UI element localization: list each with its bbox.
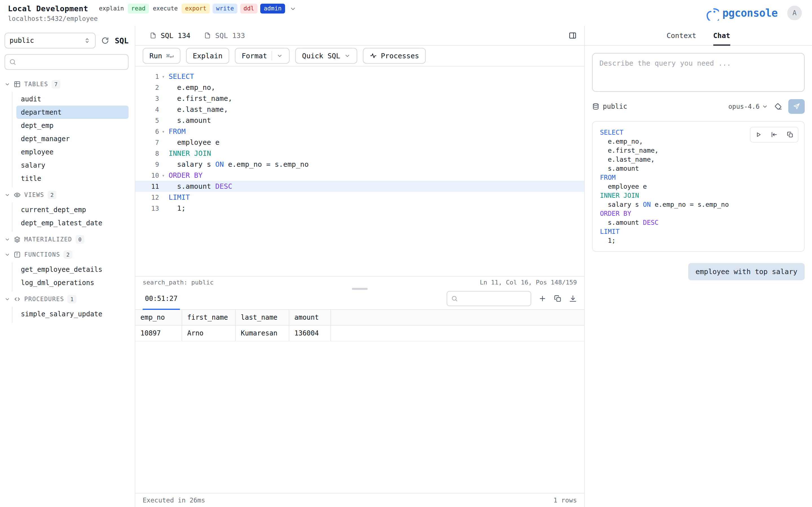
brand-name: pgconsole <box>722 7 777 19</box>
sql-mode-label: SQL <box>115 36 129 45</box>
svg-text:f: f <box>16 252 18 257</box>
code-line[interactable]: 4 e.last_name, <box>135 104 584 115</box>
tab-sql-134[interactable]: SQL 134 <box>143 26 197 45</box>
column-header-first_name[interactable]: first_name <box>182 310 236 325</box>
sidebar-item-current_dept_emp[interactable]: current_dept_emp <box>16 203 129 216</box>
add-result-tab-button[interactable] <box>539 295 546 302</box>
column-header-last_name[interactable]: last_name <box>236 310 289 325</box>
fold-caret: ▾ <box>159 129 167 134</box>
schema-row: public SQL <box>4 33 129 48</box>
badge-explain: explain <box>98 4 125 13</box>
table-icon <box>13 80 21 88</box>
line-number: 10 <box>135 172 159 179</box>
code-line[interactable]: 8INNER JOIN <box>135 148 584 159</box>
results-search[interactable] <box>447 291 531 306</box>
code-line[interactable]: 13 1; <box>135 203 584 214</box>
run-sql-button[interactable] <box>751 127 766 142</box>
sql-card-actions <box>750 127 799 143</box>
code-line[interactable]: 10▾ORDER BY <box>135 170 584 181</box>
sidebar-item-department[interactable]: department <box>16 106 129 119</box>
sql-line: FROM <box>600 173 797 182</box>
line-number: 6 <box>135 128 159 135</box>
send-button[interactable] <box>788 99 805 114</box>
header-more-chevron-icon[interactable] <box>290 5 296 12</box>
assistant-panel: ContextChat public opus-4.6 <box>584 26 812 507</box>
code-line[interactable]: 3 e.first_name, <box>135 93 584 104</box>
explain-button[interactable]: Explain <box>186 48 229 64</box>
sidebar-item-audit[interactable]: audit <box>16 93 129 106</box>
sidebar-item-dept_manager[interactable]: dept_manager <box>16 132 129 145</box>
code-text: employee e <box>167 138 220 147</box>
result-timer-tab[interactable]: 00:51:27 <box>143 288 180 309</box>
refresh-button[interactable] <box>101 37 109 45</box>
chat-tabs: ContextChat <box>585 26 812 46</box>
section-views[interactable]: VIEWS2 <box>4 187 129 203</box>
sidebar-item-log_dml_operations[interactable]: log_dml_operations <box>16 276 129 289</box>
sql-line: e.first_name, <box>600 146 797 155</box>
tab-context[interactable]: Context <box>666 26 696 45</box>
sidebar-item-dept_emp[interactable]: dept_emp <box>16 119 129 132</box>
header-right: pgconsole A <box>704 5 802 20</box>
copy-results-button[interactable] <box>554 295 562 302</box>
line-number: 5 <box>135 117 159 124</box>
code-line[interactable]: 7 employee e <box>135 137 584 148</box>
panel-toggle-button[interactable] <box>568 31 577 40</box>
splitter-handle[interactable] <box>352 288 368 290</box>
copy-sql-button[interactable] <box>782 127 798 142</box>
format-button[interactable]: Format <box>235 48 290 64</box>
func-icon: f <box>13 251 21 258</box>
code-line[interactable]: 11 s.amount DESC <box>135 181 584 192</box>
tab-chat[interactable]: Chat <box>713 26 730 45</box>
section-materialized[interactable]: MATERIALIZED0 <box>4 232 129 247</box>
table-row[interactable]: 10897ArnoKumaresan136004 <box>135 326 584 341</box>
split-panel-icon <box>568 31 577 40</box>
processes-button[interactable]: Processes <box>363 48 426 64</box>
clear-chat-button[interactable] <box>774 103 782 110</box>
download-results-button[interactable] <box>569 295 577 302</box>
sidebar-item-dept_emp_latest_date[interactable]: dept_emp_latest_date <box>16 216 129 230</box>
results-search-input[interactable] <box>461 295 527 302</box>
sidebar-search-input[interactable] <box>20 58 124 66</box>
run-label: Run <box>149 52 162 60</box>
sidebar-item-title[interactable]: title <box>16 172 129 185</box>
copy-icon <box>554 295 562 302</box>
sidebar-item-get_employee_details[interactable]: get_employee_details <box>16 263 129 276</box>
line-number: 9 <box>135 161 159 168</box>
section-functions[interactable]: fFUNCTIONS2 <box>4 247 129 262</box>
run-button[interactable]: Run ⌘↵ <box>143 48 181 64</box>
sidebar-item-employee[interactable]: employee <box>16 145 129 159</box>
badge-export: export <box>182 4 210 13</box>
sidebar-item-salary[interactable]: salary <box>16 159 129 172</box>
section-tables[interactable]: TABLES7 <box>4 76 129 92</box>
eye-icon <box>13 191 21 199</box>
sidebar-item-simple_salary_update[interactable]: simple_salary_update <box>16 307 129 321</box>
section-items: current_dept_empdept_emp_latest_date <box>12 203 129 232</box>
code-line[interactable]: 6▾FROM <box>135 126 584 137</box>
line-number: 7 <box>135 139 159 146</box>
pgconsole-logo-icon <box>704 5 719 20</box>
tab-sql-133[interactable]: SQL 133 <box>197 26 252 45</box>
user-message-bubble: employee with top salary <box>688 263 805 280</box>
schema-select[interactable]: public <box>4 33 96 48</box>
chevron-down-icon[interactable] <box>276 53 283 59</box>
sidebar: public SQL TABLES7auditdepartmentdept_em… <box>0 26 135 507</box>
column-header-emp_no[interactable]: emp_no <box>135 310 182 325</box>
column-header-amount[interactable]: amount <box>289 310 331 325</box>
code-text: e.last_name, <box>167 105 228 114</box>
model-select[interactable]: opus-4.6 <box>728 103 768 110</box>
code-editor[interactable]: 1▾SELECT2 e.emp_no,3 e.first_name,4 e.la… <box>135 66 584 276</box>
code-line[interactable]: 1▾SELECT <box>135 71 584 82</box>
quick-sql-button[interactable]: Quick SQL <box>295 48 357 64</box>
code-line[interactable]: 12LIMIT <box>135 192 584 203</box>
insert-sql-button[interactable] <box>766 127 782 142</box>
code-line[interactable]: 2 e.emp_no, <box>135 82 584 93</box>
code-line[interactable]: 9 salary s ON e.emp_no = s.emp_no <box>135 159 584 170</box>
section-procedures[interactable]: PROCEDURES1 <box>4 291 129 307</box>
results-body: 10897ArnoKumaresan136004 <box>135 326 584 341</box>
avatar[interactable]: A <box>787 6 802 20</box>
query-prompt-input[interactable] <box>592 53 805 92</box>
schema-chip[interactable]: public <box>592 103 627 110</box>
model-name: opus-4.6 <box>728 103 760 110</box>
sidebar-search[interactable] <box>4 54 129 70</box>
code-line[interactable]: 5 s.amount <box>135 115 584 126</box>
